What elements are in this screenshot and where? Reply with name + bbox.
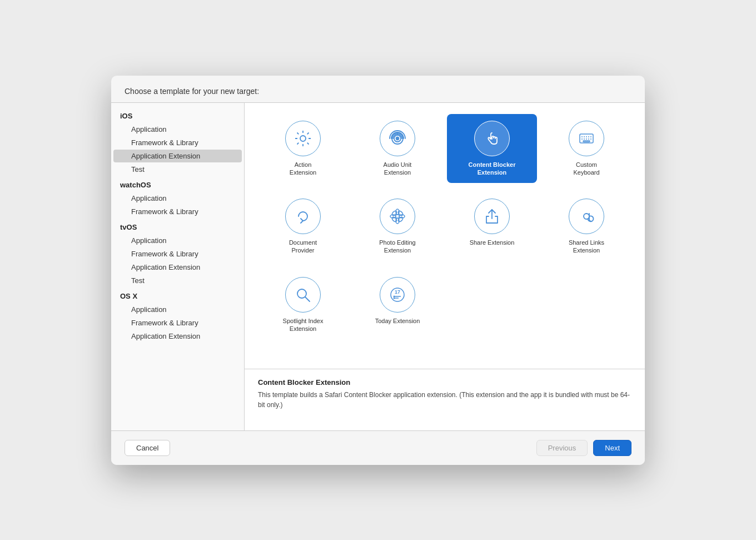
description-title: Content Blocker Extension: [258, 378, 631, 387]
share-extension-label: Share Extension: [470, 239, 515, 246]
sidebar-item-tvos-application[interactable]: Application: [113, 234, 242, 247]
svg-rect-15: [583, 141, 590, 142]
svg-line-27: [305, 297, 310, 301]
keyboard-icon: [569, 121, 604, 156]
nav-buttons: Previous Next: [536, 440, 631, 456]
svg-text:17: 17: [395, 289, 400, 295]
sidebar-group-tvos: tvOS: [111, 219, 244, 234]
hand-icon: [474, 121, 510, 156]
share-icon: [474, 199, 510, 234]
sidebar-item-watchos-framework[interactable]: Framework & Library: [113, 205, 242, 218]
gear-icon: [285, 121, 321, 156]
svg-point-0: [300, 136, 306, 141]
svg-point-22: [397, 210, 404, 216]
calendar-icon: 17: [380, 277, 415, 313]
cancel-button[interactable]: Cancel: [125, 440, 170, 456]
template-content-blocker-extension[interactable]: Content BlockerExtension: [447, 114, 537, 184]
sidebar-item-tvos-test[interactable]: Test: [113, 274, 242, 287]
shared-links-extension-label: Shared LinksExtension: [569, 239, 604, 255]
template-action-extension[interactable]: ActionExtension: [258, 114, 348, 184]
dialog-body: iOS Application Framework & Library Appl…: [111, 102, 645, 431]
sidebar-item-ios-test[interactable]: Test: [113, 163, 242, 176]
template-share-extension[interactable]: Share Extension: [447, 192, 537, 261]
dialog-header: Choose a template for your new target:: [111, 76, 645, 102]
document-provider-label: DocumentProvider: [289, 239, 317, 255]
sidebar-item-osx-framework[interactable]: Framework & Library: [113, 316, 242, 329]
sidebar-item-ios-application[interactable]: Application: [113, 123, 242, 136]
content-area: ActionExtension: [245, 103, 645, 430]
action-extension-label: ActionExtension: [290, 161, 316, 177]
sidebar-group-osx: OS X: [111, 288, 244, 303]
svg-point-24: [397, 216, 404, 222]
flower-icon: [380, 199, 415, 234]
at-icon: [569, 199, 604, 234]
refresh-icon: [285, 199, 321, 234]
svg-point-32: [394, 295, 395, 297]
next-button[interactable]: Next: [593, 440, 631, 456]
custom-keyboard-label: CustomKeyboard: [573, 161, 599, 177]
previous-button[interactable]: Previous: [536, 440, 588, 456]
sidebar-item-tvos-framework[interactable]: Framework & Library: [113, 247, 242, 260]
template-spotlight-index-extension[interactable]: Spotlight IndexExtension: [258, 270, 348, 340]
photo-editing-extension-label: Photo EditingExtension: [379, 239, 415, 255]
template-today-extension[interactable]: 17 Today Extension: [352, 270, 442, 340]
spotlight-index-extension-label: Spotlight IndexExtension: [283, 317, 324, 333]
template-custom-keyboard[interactable]: CustomKeyboard: [541, 114, 631, 184]
description-area: Content Blocker Extension This template …: [245, 369, 645, 430]
dialog-footer: Cancel Previous Next: [111, 431, 645, 465]
svg-point-3: [396, 137, 399, 140]
sidebar-group-ios: iOS: [111, 107, 244, 122]
sidebar-item-osx-extension[interactable]: Application Extension: [113, 330, 242, 343]
description-text: This template builds a Safari Content Bl…: [258, 390, 631, 410]
svg-point-21: [391, 210, 397, 216]
sidebar-item-ios-framework[interactable]: Framework & Library: [113, 136, 242, 149]
sidebar-item-ios-extension[interactable]: Application Extension: [113, 150, 242, 162]
template-audio-unit-extension[interactable]: Audio UnitExtension: [352, 114, 442, 184]
today-extension-label: Today Extension: [375, 317, 420, 325]
content-blocker-extension-label: Content BlockerExtension: [469, 161, 516, 177]
dialog: Choose a template for your new target: i…: [111, 76, 645, 465]
audio-unit-extension-label: Audio UnitExtension: [384, 161, 412, 177]
svg-point-33: [394, 297, 395, 299]
template-document-provider[interactable]: DocumentProvider: [258, 192, 348, 261]
search-icon: [285, 277, 321, 313]
sidebar-item-tvos-extension[interactable]: Application Extension: [113, 261, 242, 274]
template-shared-links-extension[interactable]: Shared LinksExtension: [541, 192, 631, 261]
svg-point-25: [584, 214, 589, 219]
audio-icon: [380, 121, 415, 156]
template-photo-editing-extension[interactable]: Photo EditingExtension: [352, 192, 442, 261]
sidebar-item-watchos-application[interactable]: Application: [113, 192, 242, 205]
sidebar-group-watchos: watchOS: [111, 176, 244, 191]
sidebar-item-osx-application[interactable]: Application: [113, 303, 242, 316]
templates-grid: ActionExtension: [245, 103, 645, 369]
sidebar: iOS Application Framework & Library Appl…: [111, 103, 245, 430]
svg-point-23: [391, 216, 397, 222]
